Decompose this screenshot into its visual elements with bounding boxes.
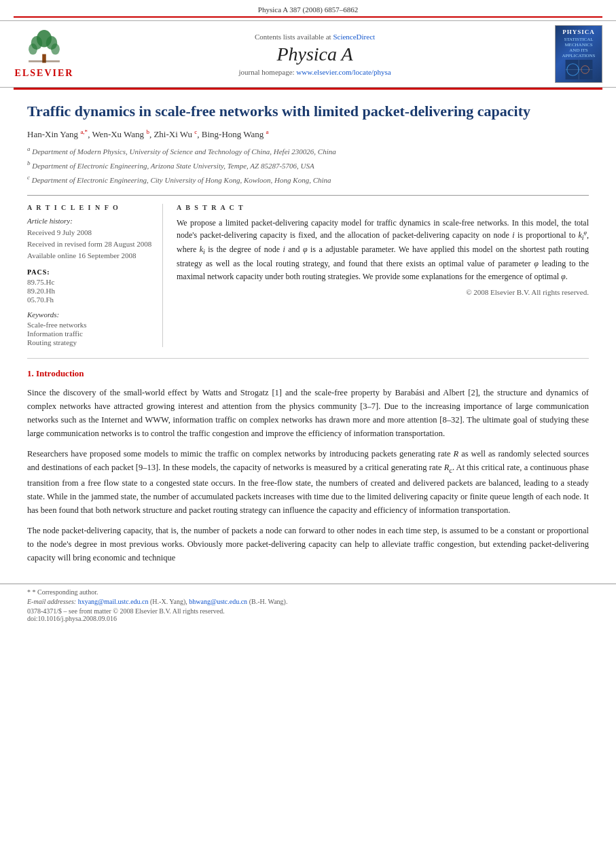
affiliation-a: a Department of Modern Physics, Universi… — [27, 144, 589, 158]
journal-homepage-link[interactable]: www.elsevier.com/locate/physa — [296, 68, 391, 76]
svg-point-4 — [51, 43, 60, 54]
doi-line: doi:10.1016/j.physa.2008.09.016 — [27, 615, 589, 622]
pacs-2: 05.70.Fh — [27, 296, 153, 304]
section-divider — [27, 358, 589, 359]
pacs-label: PACS: — [27, 268, 153, 276]
elsevier-tree-icon — [24, 29, 65, 67]
science-direct-link: Contents lists available at ScienceDirec… — [75, 33, 555, 41]
article-title: Traffic dynamics in scale-free networks … — [27, 102, 589, 122]
journal-homepage: journal homepage: www.elsevier.com/locat… — [75, 68, 555, 76]
keyword-2: Routing strategy — [27, 338, 153, 346]
page: Physica A 387 (2008) 6857–6862 ELSEVIER — [0, 0, 616, 841]
header-rule-top — [14, 16, 602, 18]
section-title-introduction: 1. Introduction — [27, 368, 589, 379]
intro-paragraph-3: The node packet-delivering capacity, tha… — [27, 524, 589, 565]
affiliation-c: c Department of Electronic Engineering, … — [27, 173, 589, 186]
affiliations: a Department of Modern Physics, Universi… — [27, 144, 589, 187]
corresponding-author-note: * * Corresponding author. — [27, 588, 589, 596]
affiliation-b: b Department of Electronic Engineering, … — [27, 158, 589, 172]
email-note: E-mail addresses: hxyang@mail.ustc.edu.c… — [27, 598, 589, 605]
email2-link[interactable]: bhwang@ustc.edu.cn — [189, 598, 247, 605]
cover-graphic — [560, 60, 598, 79]
history-online: Available online 16 September 2008 — [27, 251, 153, 261]
journal-ref-text: Physica A 387 (2008) 6857–6862 — [258, 5, 358, 14]
svg-rect-6 — [29, 60, 60, 62]
abstract-header: A B S T R A C T — [177, 204, 589, 211]
abstract-text: We propose a limited packet-delivering c… — [177, 217, 589, 283]
journal-center: Contents lists available at ScienceDirec… — [75, 33, 555, 76]
history-revised: Received in revised form 28 August 2008 — [27, 239, 153, 249]
keyword-0: Scale-free networks — [27, 321, 153, 329]
article-info-column: A R T I C L E I N F O Article history: R… — [27, 204, 163, 347]
journal-ref: Physica A 387 (2008) 6857–6862 — [0, 0, 616, 14]
pacs-0: 89.75.Hc — [27, 278, 153, 286]
email1-link[interactable]: hxyang@mail.ustc.edu.cn — [78, 598, 149, 605]
main-content: Traffic dynamics in scale-free networks … — [0, 90, 616, 584]
keywords-label: Keywords: — [27, 310, 153, 319]
intro-paragraph-2: Researchers have proposed some models to… — [27, 447, 589, 517]
footer: * * Corresponding author. E-mail address… — [0, 584, 616, 626]
pacs-section: PACS: 89.75.Hc 89.20.Hh 05.70.Fh — [27, 268, 153, 304]
science-direct-anchor[interactable]: ScienceDirect — [333, 33, 375, 41]
journal-title-header: Physica A — [75, 43, 555, 65]
physica-cover-image: PHYSICA STATISTICAL MECHANICSAND ITS APP… — [555, 25, 602, 83]
abstract-column: A B S T R A C T We propose a limited pac… — [177, 204, 589, 347]
authors-line: Han-Xin Yang a,*, Wen-Xu Wang b, Zhi-Xi … — [27, 128, 589, 140]
pacs-1: 89.20.Hh — [27, 287, 153, 295]
elsevier-brand-text: ELSEVIER — [15, 68, 74, 79]
journal-header-content: ELSEVIER Contents lists available at Sci… — [0, 20, 616, 88]
keyword-1: Information traffic — [27, 329, 153, 338]
copyright-line: © 2008 Elsevier B.V. All rights reserved… — [177, 288, 589, 296]
elsevier-logo: ELSEVIER — [14, 29, 75, 79]
two-column-section: A R T I C L E I N F O Article history: R… — [27, 195, 589, 347]
history-received: Received 9 July 2008 — [27, 228, 153, 238]
intro-paragraph-1: Since the discovery of the small-world e… — [27, 386, 589, 440]
issn-line: 0378-4371/$ – see front matter © 2008 El… — [27, 607, 589, 615]
article-history-label: Article history: — [27, 217, 153, 225]
article-info-header: A R T I C L E I N F O — [27, 204, 153, 211]
svg-point-3 — [29, 43, 37, 54]
keywords-section: Keywords: Scale-free networks Informatio… — [27, 310, 153, 346]
